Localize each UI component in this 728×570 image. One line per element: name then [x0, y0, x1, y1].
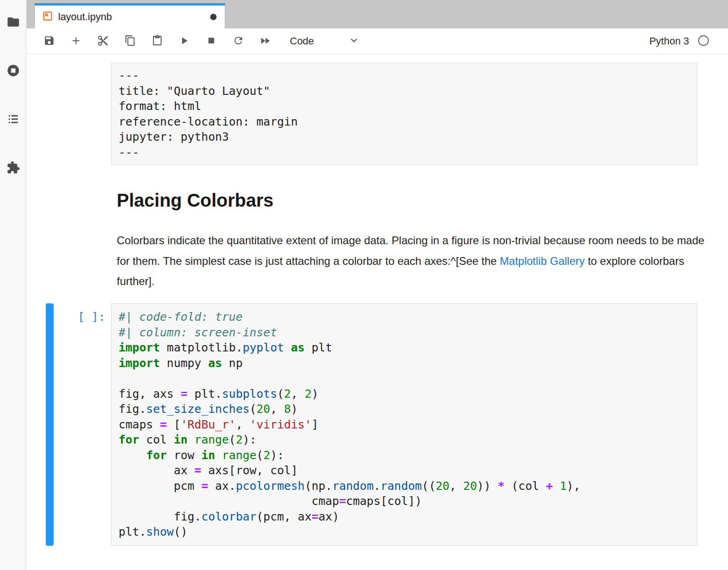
jupyterlab-window: layout.ipynb — [0, 0, 728, 570]
clipboard-icon — [152, 35, 163, 48]
code-line: fig, axs = plt.subplots(2, 2) — [119, 386, 690, 402]
save-icon — [43, 35, 55, 48]
cut-cells-button[interactable] — [97, 35, 109, 47]
restart-kernel-button[interactable] — [232, 35, 244, 47]
markdown-heading: Placing Colorbars — [117, 188, 273, 212]
interrupt-kernel-button[interactable] — [205, 35, 217, 47]
code-line: for col in range(2): — [119, 432, 690, 448]
code-line: pcm = ax.pcolormesh(np.random.random((20… — [119, 478, 690, 494]
code-line: fig.colorbar(pcm, ax=ax) — [119, 509, 690, 525]
cell-type-value: Code — [290, 35, 314, 47]
matplotlib-gallery-link[interactable]: Matplotlib Gallery — [500, 255, 585, 267]
plus-icon — [70, 35, 82, 48]
notebook-icon — [42, 11, 53, 23]
code-line: cmap=cmaps[col]) — [119, 493, 690, 509]
code-line: import numpy as np — [119, 356, 690, 371]
code-line: for row in range(2): — [119, 448, 690, 463]
fast-forward-icon — [259, 35, 271, 48]
list-icon — [6, 112, 20, 127]
insert-cell-button[interactable] — [70, 35, 82, 47]
raw-line: --- — [119, 68, 690, 83]
save-button[interactable] — [43, 35, 55, 47]
paste-cells-button[interactable] — [151, 35, 163, 47]
refresh-icon — [233, 35, 244, 48]
tab-title: layout.ipynb — [58, 11, 112, 23]
unsaved-changes-indicator[interactable] — [210, 14, 217, 20]
raw-line: title: "Quarto Layout" — [119, 83, 690, 99]
notebook-content: ---title: "Quarto Layout"format: htmlref… — [27, 55, 728, 570]
kernel-name[interactable]: Python 3 — [649, 35, 689, 47]
run-cell-button[interactable] — [178, 35, 190, 47]
stop-circle-icon — [6, 64, 20, 79]
tab-layout-ipynb[interactable]: layout.ipynb — [34, 3, 225, 28]
code-line: ax = axs[row, col] — [119, 463, 690, 478]
code-line: plt.show() — [119, 524, 690, 540]
notebook-toolbar: Code Python 3 — [27, 28, 728, 55]
left-sidebar — [0, 0, 27, 570]
active-cell-collapser[interactable] — [46, 303, 54, 546]
puzzle-icon — [6, 161, 20, 176]
code-line: import matplotlib.pyplot as plt — [119, 340, 690, 356]
kernel-area: Python 3 — [649, 34, 710, 49]
markdown-paragraph: Colorbars indicate the quantitative exte… — [117, 230, 707, 292]
tab-bar: layout.ipynb — [27, 0, 728, 28]
code-line: fig.set_size_inches(20, 8) — [119, 401, 690, 417]
raw-line: jupyter: python3 — [119, 129, 690, 145]
raw-line: reference-location: margin — [119, 114, 690, 130]
raw-line: --- — [119, 145, 690, 160]
code-line: cmaps = ['RdBu_r', 'viridis'] — [119, 417, 690, 433]
code-cell-editor[interactable]: #| code-fold: true#| column: screen-inse… — [111, 303, 697, 546]
stop-icon — [206, 35, 217, 48]
chevron-down-icon — [348, 35, 359, 48]
sidebar-item-extension-manager[interactable] — [6, 161, 20, 175]
cell-input-prompt: [ ]: — [27, 309, 105, 325]
raw-cell-editor[interactable]: ---title: "Quarto Layout"format: htmlref… — [111, 63, 697, 165]
sidebar-item-running-sessions[interactable] — [6, 64, 20, 78]
code-line: #| column: screen-inset — [119, 325, 690, 340]
folder-icon — [6, 15, 20, 30]
raw-cell-lines: ---title: "Quarto Layout"format: htmlref… — [119, 68, 690, 160]
sidebar-item-table-of-contents[interactable] — [6, 113, 20, 126]
code-editor-lines: #| code-fold: true#| column: screen-inse… — [119, 309, 690, 540]
code-line: #| code-fold: true — [119, 309, 690, 325]
restart-run-all-button[interactable] — [259, 35, 271, 47]
cell-type-dropdown[interactable]: Code — [290, 35, 359, 48]
scissors-icon — [97, 35, 109, 48]
copy-icon — [125, 35, 136, 48]
play-icon — [178, 35, 190, 48]
raw-line: format: html — [119, 99, 690, 114]
sidebar-item-file-browser[interactable] — [6, 16, 20, 29]
kernel-status-icon — [697, 34, 710, 49]
copy-cells-button[interactable] — [124, 35, 136, 47]
code-line — [119, 371, 690, 386]
